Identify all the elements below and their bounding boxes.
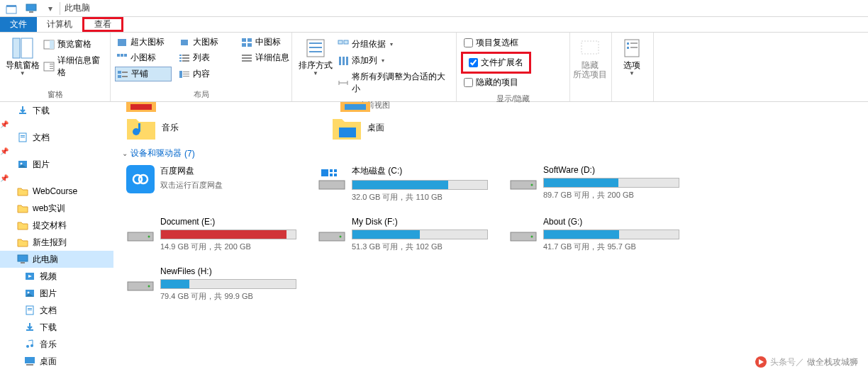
sidebar-item[interactable]: 文档 (0, 302, 113, 319)
dropdown-caret-icon[interactable]: ▾ (48, 4, 52, 13)
sort-label: 排序方式 (299, 61, 333, 70)
svg-rect-33 (122, 76, 128, 77)
hide-selected-button[interactable]: 隐藏 所选项目 (570, 35, 610, 79)
svg-rect-65 (28, 308, 32, 309)
sidebar-item[interactable]: 图片 (0, 285, 113, 302)
folder-item[interactable]: 音乐 (126, 115, 289, 140)
details-pane-button[interactable]: 详细信息窗格 (40, 53, 106, 80)
svg-rect-30 (118, 71, 121, 74)
baidu-icon (126, 165, 155, 193)
svg-rect-3 (29, 11, 33, 13)
layout-large[interactable]: 大图标 (177, 35, 234, 49)
drive-name: My Disk (F:) (352, 217, 488, 227)
svg-rect-10 (50, 66, 53, 67)
checkbox-input[interactable] (464, 38, 473, 47)
drive-item[interactable]: SoftWare (D:)89.7 GB 可用，共 200 GB (509, 165, 679, 203)
drive-sub: 双击运行百度网盘 (160, 180, 296, 191)
main-area: 下载📌文档📌图片📌WebCourseweb实训提交材料新生报到此电脑视频图片文档… (0, 102, 868, 374)
quick-access-icon[interactable] (6, 3, 17, 14)
details-pane-label: 详细信息窗格 (57, 55, 103, 79)
layout-details[interactable]: 详细信息 (240, 51, 296, 64)
sidebar-item-label: 此电脑 (33, 254, 58, 266)
sidebar-item[interactable]: 音乐 (0, 336, 113, 353)
checkbox-file-ext[interactable]: 文件扩展名 (466, 55, 526, 70)
sidebar-item[interactable]: 图片 (0, 156, 113, 173)
sidebar-item-label: 新生报到 (33, 237, 67, 249)
svg-point-98 (531, 236, 533, 238)
drive-item[interactable]: About (G:)41.7 GB 可用，共 95.7 GB (509, 217, 679, 252)
ribbon-group-layout-label: 布局 (111, 89, 291, 101)
tab-file-label: 文件 (10, 18, 27, 30)
tab-computer[interactable]: 计算机 (37, 17, 82, 32)
drive-icon (509, 217, 538, 245)
svg-rect-18 (117, 54, 120, 57)
drive-sub: 51.3 GB 可用，共 102 GB (352, 242, 488, 252)
svg-rect-32 (118, 75, 121, 78)
checkbox-input[interactable] (464, 78, 473, 87)
sidebar-item[interactable]: 视频 (0, 268, 113, 285)
sidebar-item[interactable]: 桌面 (0, 353, 113, 370)
section-title: 设备和驱动器 (130, 147, 182, 159)
sidebar-item-label: 视频 (40, 271, 57, 283)
svg-rect-43 (344, 40, 348, 44)
drive-item[interactable]: 本地磁盘 (C:)32.0 GB 可用，共 110 GB (318, 165, 488, 203)
section-devices[interactable]: ⌄ 设备和驱动器 (7) (122, 147, 859, 159)
sidebar-item[interactable]: 下载 (0, 319, 113, 336)
tab-file[interactable]: 文件 (0, 17, 37, 32)
ribbon-group-panes-label: 窗格 (0, 89, 110, 101)
svg-rect-47 (582, 41, 599, 54)
nav-pane-button[interactable]: 导航窗格 ▼ (4, 35, 40, 76)
svg-rect-42 (338, 40, 343, 44)
drive-name: 百度网盘 (160, 165, 296, 177)
sidebar-item-label: 文档 (33, 132, 50, 144)
sidebar-item[interactable]: web实训 (0, 200, 113, 217)
svg-rect-85 (319, 181, 345, 189)
options-button[interactable]: 选项 ▼ (612, 35, 652, 76)
pin-icon: 📌 (0, 147, 9, 155)
sidebar-item-label: WebCourse (33, 186, 77, 196)
layout-list[interactable]: 列表 (177, 51, 234, 64)
layout-extra-large[interactable]: 超大图标 (115, 35, 172, 49)
sort-icon (304, 37, 327, 60)
hide-selected-group: 隐藏 所选项目 (570, 33, 611, 101)
svg-rect-87 (330, 169, 333, 172)
sidebar-item[interactable]: 下载 (0, 102, 113, 119)
svg-rect-49 (627, 42, 629, 45)
sidebar-item[interactable]: 此电脑 (0, 251, 113, 268)
sidebar-item[interactable]: 新生报到 (0, 234, 113, 251)
checkbox-item-checkboxes[interactable]: 项目复选框 (461, 35, 521, 50)
sort-button[interactable]: 排序方式 ▼ (296, 35, 335, 76)
sidebar-item[interactable]: 提交材料 (0, 217, 113, 234)
drive-sub: 41.7 GB 可用，共 95.7 GB (543, 242, 679, 252)
svg-rect-86 (321, 169, 328, 176)
layout-medium[interactable]: 中图标 (240, 35, 296, 49)
layout-content[interactable]: 内容 (177, 67, 234, 81)
layout-small[interactable]: 小图标 (115, 51, 172, 64)
folder-item[interactable]: 桌面 (332, 115, 495, 140)
checkbox-hidden-items[interactable]: 隐藏的项目 (461, 75, 521, 90)
drive-item[interactable]: NewFiles (H:)79.4 GB 可用，共 99.9 GB (126, 266, 296, 302)
drive-sub: 79.4 GB 可用，共 99.9 GB (160, 291, 296, 302)
layout-tiles[interactable]: 平铺 (115, 67, 172, 81)
window-title: 此电脑 (65, 2, 90, 14)
svg-rect-28 (242, 57, 252, 59)
chevron-down-icon: ▼ (20, 70, 26, 76)
sidebar-item[interactable]: 本地磁盘 (C:) (0, 370, 113, 374)
preview-pane-button[interactable]: 预览窗格 (40, 37, 106, 52)
drive-item[interactable]: Document (E:)14.9 GB 可用，共 200 GB (126, 217, 296, 252)
svg-rect-39 (309, 42, 322, 44)
sidebar-item[interactable]: WebCourse (0, 183, 113, 200)
tab-view[interactable]: 查看 (82, 17, 123, 32)
size-all-button[interactable]: 将所有列调整为合适的大小 (335, 69, 452, 96)
checkbox-input[interactable] (469, 58, 478, 67)
ribbon-group-showhide: 项目复选框 文件扩展名 隐藏的项目 显示/隐藏 (457, 33, 570, 101)
drive-item[interactable]: My Disk (F:)51.3 GB 可用，共 102 GB (318, 217, 488, 252)
add-columns-button[interactable]: 添加列▾ (335, 53, 452, 68)
drive-item[interactable]: 百度网盘双击运行百度网盘 (126, 165, 296, 203)
svg-rect-88 (334, 169, 337, 172)
sidebar-item[interactable]: 文档 (0, 129, 113, 146)
svg-point-69 (30, 344, 33, 347)
content-icon (179, 69, 190, 79)
group-by-button[interactable]: 分组依据▾ (335, 37, 452, 52)
preview-pane-icon (43, 40, 55, 50)
